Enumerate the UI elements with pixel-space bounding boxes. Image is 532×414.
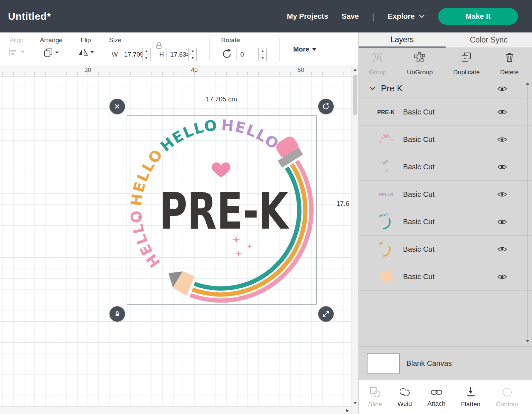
weld-button[interactable]: Weld <box>398 387 412 408</box>
layer-row-yellow-arc[interactable]: Basic Cut <box>359 236 532 263</box>
eye-icon <box>497 164 507 170</box>
visibility-toggle[interactable] <box>497 136 507 143</box>
height-label: H <box>159 51 164 58</box>
layer-thumbnail: HELLO <box>376 213 396 231</box>
scroll-right-button[interactable] <box>344 407 351 414</box>
height-stepper-up[interactable] <box>189 48 196 55</box>
canvas-horizontal-scrollbar[interactable] <box>0 407 351 414</box>
caret-down-icon <box>312 48 316 51</box>
rotate-icon <box>221 48 232 60</box>
unlock-icon <box>155 42 163 49</box>
rotate-button[interactable] <box>221 48 232 61</box>
layer-group-prek[interactable]: Pre K <box>359 79 532 98</box>
eye-icon <box>497 136 507 143</box>
edit-toolbar: Align Arrange <box>0 32 358 66</box>
ungroup-button[interactable]: UnGroup <box>406 51 434 77</box>
tab-layers[interactable]: Layers <box>359 32 446 48</box>
blank-canvas-row[interactable]: Blank Canvas <box>359 346 532 380</box>
scroll-track[interactable] <box>527 86 528 339</box>
layer-thumbnail: PRE-K <box>376 103 396 121</box>
layer-row-wood-shape[interactable]: Basic Cut <box>359 263 532 291</box>
trash-icon <box>505 52 515 63</box>
layer-thumbnail <box>376 240 396 259</box>
width-stepper-up[interactable] <box>143 48 150 55</box>
width-stepper-down[interactable] <box>143 55 150 61</box>
width-input[interactable] <box>121 48 142 61</box>
heart-shape <box>212 162 230 178</box>
scroll-up-button[interactable] <box>526 82 529 85</box>
height-input[interactable] <box>167 48 188 61</box>
layer-row-prek-text[interactable]: PRE-K Basic Cut <box>359 98 532 126</box>
rotate-stepper-up[interactable] <box>259 48 266 55</box>
layers-panel: Layers Color Sync Group <box>358 32 532 414</box>
scroll-down-button[interactable] <box>526 340 529 342</box>
layer-row-gray-shapes[interactable]: Basic Cut <box>359 153 532 181</box>
scroll-up-button[interactable] <box>351 66 358 73</box>
rotate-stepper-down[interactable] <box>259 55 266 61</box>
svg-text:HELLO: HELLO <box>379 213 388 217</box>
scroll-down-button[interactable] <box>351 399 358 407</box>
header-nav: My Projects Save | Explore Make It <box>287 8 532 25</box>
hello-text-purple: HELLO <box>221 116 283 153</box>
layer-tools-bar: Slice Weld Attach <box>359 380 532 414</box>
slice-button: Slice <box>368 387 382 408</box>
layers-scrollbar[interactable] <box>525 82 530 342</box>
visibility-toggle[interactable] <box>497 246 507 253</box>
layer-row-pink-shapes[interactable]: Basic Cut <box>359 126 532 153</box>
eye-icon <box>497 219 507 225</box>
make-it-button[interactable]: Make It <box>438 8 518 25</box>
visibility-toggle[interactable] <box>497 219 507 225</box>
explore-menu[interactable]: Explore <box>388 12 425 21</box>
flip-icon <box>78 48 88 57</box>
vertical-scroll-thumb[interactable] <box>353 75 357 115</box>
hello-text-pink: HELLO <box>127 209 163 271</box>
visibility-toggle[interactable] <box>497 164 507 170</box>
width-label: W <box>112 51 118 58</box>
visibility-toggle[interactable] <box>497 85 507 92</box>
canvas-color-swatch[interactable] <box>367 353 400 374</box>
rotate-handle[interactable] <box>318 99 334 114</box>
visibility-toggle[interactable] <box>497 191 507 198</box>
lock-handle[interactable] <box>110 306 125 322</box>
attach-icon <box>430 387 443 397</box>
layer-thumbnail <box>376 130 396 149</box>
header-bar: Untitled* My Projects Save | Explore Mak… <box>0 0 532 32</box>
visibility-toggle[interactable] <box>497 273 507 280</box>
height-stepper-down[interactable] <box>189 55 196 61</box>
caret-down-icon <box>55 52 59 54</box>
attach-button[interactable]: Attach <box>427 387 446 407</box>
cricut-design-space-app: Untitled* My Projects Save | Explore Mak… <box>0 0 532 414</box>
caret-down-icon <box>21 51 24 53</box>
more-button[interactable]: More <box>293 46 316 53</box>
rotate-stepper <box>258 48 266 61</box>
pre-k-design-object[interactable]: HELLO HELLO HELLO HELLO PRE-K <box>127 115 317 305</box>
flatten-button[interactable]: Flatten <box>461 387 480 408</box>
rotate-handle-icon <box>322 102 330 110</box>
arrange-tool[interactable]: Arrange <box>40 36 63 62</box>
delete-handle[interactable] <box>110 99 125 114</box>
design-canvas[interactable]: HELLO HELLO HELLO HELLO PRE-K <box>0 75 351 407</box>
chevron-down-icon[interactable] <box>370 87 376 90</box>
tab-color-sync[interactable]: Color Sync <box>446 32 532 48</box>
visibility-toggle[interactable] <box>497 109 507 115</box>
eye-icon <box>497 273 507 280</box>
layer-row-purple-hello[interactable]: HELLO Basic Cut <box>359 181 532 208</box>
canvas-vertical-scrollbar[interactable] <box>351 66 358 407</box>
flip-tool[interactable]: Flip <box>78 36 94 62</box>
size-group: Size W <box>109 36 197 62</box>
layer-actions-bar: Group UnGroup <box>359 48 532 79</box>
pre-k-title-text: PRE-K <box>159 182 290 240</box>
save-link[interactable]: Save <box>342 12 359 21</box>
my-projects-link[interactable]: My Projects <box>287 12 328 21</box>
delete-button[interactable]: Delete <box>499 51 520 77</box>
resize-handle[interactable] <box>318 306 334 322</box>
width-input-box <box>121 48 151 61</box>
rotate-input[interactable] <box>237 48 258 61</box>
aspect-unlock-toggle[interactable] <box>155 42 163 51</box>
duplicate-button[interactable]: Duplicate <box>452 51 481 77</box>
scrollbar-corner <box>351 407 358 414</box>
selection-height-label: 17.6 <box>334 199 351 208</box>
ungroup-icon <box>414 52 426 63</box>
selection-width-label: 17.705 cm <box>203 95 240 104</box>
layer-row-teal-arc[interactable]: HELLO Basic Cut <box>359 208 532 236</box>
